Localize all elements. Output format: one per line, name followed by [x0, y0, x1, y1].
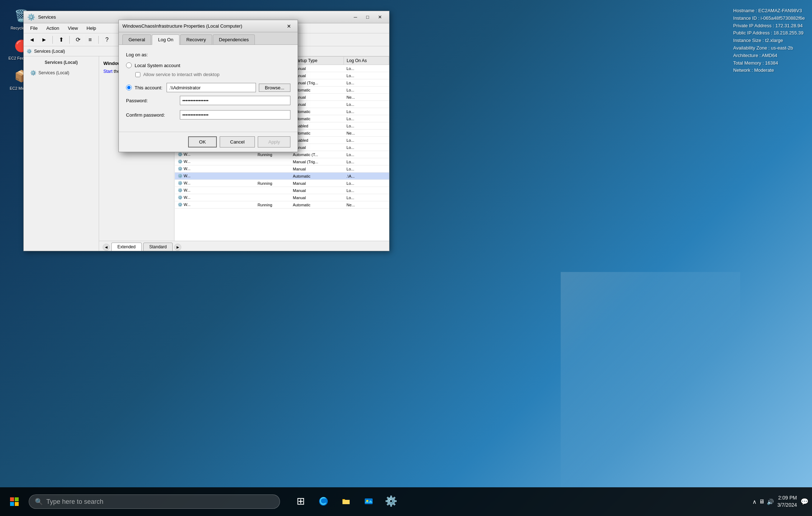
tab-general[interactable]: General: [122, 34, 151, 44]
cell-desc: [207, 194, 255, 201]
close-button[interactable]: ✕: [374, 13, 386, 22]
tab-extended[interactable]: Extended: [111, 243, 142, 251]
cell-startup: Automatic: [290, 173, 344, 180]
menu-view[interactable]: View: [64, 24, 81, 32]
toolbar-view[interactable]: ≡: [85, 35, 95, 45]
confirm-password-label: Confirm password:: [126, 112, 176, 118]
dialog-content: Log on as: Local System account Allow se…: [119, 45, 298, 132]
cell-name: ⚙️ W...: [175, 158, 207, 165]
table-row[interactable]: ⚙️ W... Manual Lo...: [175, 165, 389, 173]
taskbar-clock[interactable]: 2:09 PM 3/7/2024: [778, 494, 797, 508]
cell-name: ⚙️ W...: [175, 201, 207, 208]
cell-status: Running: [255, 180, 290, 187]
toolbar-up[interactable]: ⬆: [56, 35, 66, 45]
services-window-title: Services: [38, 14, 56, 20]
start-button[interactable]: [4, 491, 25, 512]
taskbar-explorer[interactable]: [336, 491, 356, 512]
cell-logon: Ne...: [344, 201, 389, 208]
services-bottom-tabs: ◄ Extended Standard ►: [99, 241, 389, 251]
taskbar-photos[interactable]: [359, 491, 378, 512]
notifications-icon[interactable]: 💬: [801, 498, 808, 506]
toolbar-forward[interactable]: ►: [39, 35, 50, 45]
maximize-button[interactable]: □: [362, 13, 373, 22]
toolbar-refresh[interactable]: ⟳: [73, 35, 83, 45]
minimize-button[interactable]: ─: [350, 13, 361, 22]
local-system-radio[interactable]: [126, 62, 132, 68]
this-account-label[interactable]: This account:: [135, 85, 162, 90]
menu-help[interactable]: Help: [83, 24, 100, 32]
services-win-controls: ─ □ ✕: [350, 13, 386, 22]
services-sidebar: Services (Local) ⚙️ Services (Local): [24, 56, 99, 251]
tab-dependencies[interactable]: Dependencies: [213, 34, 255, 44]
taskbar-settings[interactable]: ⚙️: [381, 491, 401, 512]
table-row[interactable]: ⚙️ W... Manual Lo...: [175, 194, 389, 201]
tabs-scroll-left[interactable]: ◄: [103, 244, 110, 251]
ok-button[interactable]: OK: [188, 136, 217, 147]
this-account-radio-option: This account: Browse...: [126, 83, 290, 92]
taskbar-edge-browser[interactable]: [313, 491, 333, 512]
toolbar-separator-3: [98, 36, 99, 44]
menu-action[interactable]: Action: [43, 24, 63, 32]
tab-logon[interactable]: Log On: [152, 34, 179, 45]
cell-startup: Automatic: [290, 115, 344, 122]
cell-logon: Lo...: [344, 194, 389, 201]
toolbar-help[interactable]: ?: [102, 35, 112, 45]
cell-startup: Manual: [290, 144, 344, 151]
cell-startup: Manual (Trig...: [290, 79, 344, 86]
cell-startup: Manual: [290, 187, 344, 194]
cell-desc: [207, 158, 255, 165]
cell-startup: Manual: [290, 94, 344, 101]
table-row[interactable]: ⚙️ W... Manual Lo...: [175, 187, 389, 194]
table-row[interactable]: ⚙️ W... Running Automatic Ne...: [175, 201, 389, 208]
col-startup: Startup Type: [290, 57, 344, 65]
cell-startup: Manual: [290, 72, 344, 79]
sidebar-services-label: Services (Local): [38, 70, 69, 75]
allow-desktop-label[interactable]: Allow service to interact with desktop: [143, 72, 219, 77]
private-ip-text: Private IP Address : 172.31.28.94: [733, 22, 805, 30]
this-account-radio[interactable]: [126, 85, 132, 90]
password-input[interactable]: [180, 96, 290, 105]
toolbar-back[interactable]: ◄: [27, 35, 37, 45]
search-input[interactable]: [46, 498, 274, 506]
confirm-password-input[interactable]: [180, 110, 290, 119]
cell-startup: Automatic (T...: [290, 151, 344, 158]
taskbar: 🔍 ⊞ ⚙️ ∧ 🖥: [0, 487, 812, 516]
detail-start-link[interactable]: Start: [103, 69, 112, 74]
taskbar-task-view[interactable]: ⊞: [291, 491, 311, 512]
allow-desktop-checkbox[interactable]: [135, 72, 140, 77]
tab-standard[interactable]: Standard: [143, 243, 173, 251]
svg-rect-5: [365, 498, 373, 504]
cell-logon: Lo...: [344, 86, 389, 94]
tabs-scroll-right[interactable]: ►: [174, 244, 181, 251]
instance-id-text: Instance ID : i-065a48f5730882f6e: [733, 15, 805, 22]
cancel-button[interactable]: Cancel: [220, 136, 255, 147]
availability-zone-text: Availability Zone : us-east-2b: [733, 44, 805, 52]
cell-desc: [207, 180, 255, 187]
folder-icon: [341, 496, 351, 506]
dialog-close-button[interactable]: ✕: [284, 22, 294, 30]
local-system-label[interactable]: Local System account: [135, 63, 180, 68]
menu-file[interactable]: File: [27, 24, 41, 32]
volume-icon[interactable]: 🔊: [767, 498, 774, 505]
account-input[interactable]: [167, 83, 256, 92]
table-row[interactable]: ⚙️ W... Manual (Trig... Lo...: [175, 158, 389, 165]
table-row[interactable]: ⚙️ W... Automatic .\A...: [175, 173, 389, 180]
table-row[interactable]: ⚙️ W... Running Manual Lo...: [175, 180, 389, 187]
sidebar-item-services-local[interactable]: ⚙️ Services (Local): [27, 68, 95, 78]
hostname-text: Hostname : EC2AMAZ-FAN98V3: [733, 7, 805, 15]
network-icon[interactable]: 🖥: [759, 498, 765, 505]
cell-logon: Lo...: [344, 165, 389, 173]
chevron-up-icon[interactable]: ∧: [752, 498, 757, 505]
cell-logon: Lo...: [344, 137, 389, 144]
browse-button[interactable]: Browse...: [259, 84, 290, 92]
cell-name: ⚙️ W...: [175, 187, 207, 194]
taskbar-search-bar: 🔍: [29, 494, 280, 509]
cell-name: ⚙️ W...: [175, 173, 207, 180]
cell-startup: Automatic: [290, 201, 344, 208]
tab-recovery[interactable]: Recovery: [180, 34, 212, 44]
cell-desc: [207, 201, 255, 208]
dialog-buttons: OK Cancel Apply: [119, 132, 298, 152]
architecture-text: Architecture : AMD64: [733, 52, 805, 60]
apply-button[interactable]: Apply: [258, 136, 290, 147]
password-label: Password:: [126, 98, 176, 103]
